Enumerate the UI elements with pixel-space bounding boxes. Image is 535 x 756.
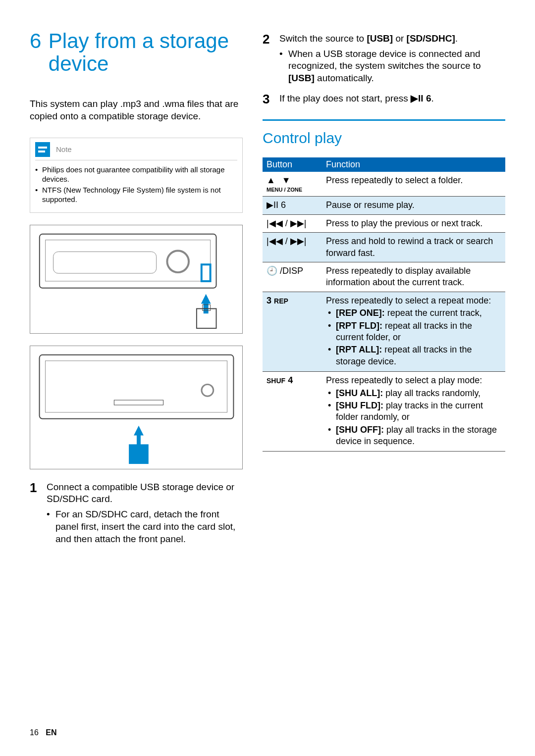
svg-rect-4 bbox=[202, 264, 211, 281]
usb-diagram bbox=[30, 225, 243, 334]
step-number: 2 bbox=[263, 33, 272, 87]
th-function: Function bbox=[322, 157, 505, 172]
svg-rect-1 bbox=[46, 240, 211, 281]
button-cell: 🕘 /DISP bbox=[263, 262, 322, 292]
table-row: ▶II 6 Pause or resume play. bbox=[263, 197, 505, 214]
svg-marker-12 bbox=[134, 425, 144, 447]
step-number: 1 bbox=[30, 481, 40, 547]
button-cell: ▲ ▼ MENU / ZONE bbox=[263, 172, 322, 197]
table-row: SHUF 4 Press repeatedly to select a play… bbox=[263, 372, 505, 452]
function-cell: Press and hold to rewind a track or sear… bbox=[322, 233, 505, 262]
section-title-text: Play from a storage device bbox=[49, 30, 243, 75]
page-number: 16 bbox=[30, 728, 39, 737]
svg-point-3 bbox=[167, 251, 189, 272]
svg-point-11 bbox=[202, 384, 214, 396]
button-cell: |◀◀ / ▶▶| bbox=[263, 214, 322, 232]
page-footer: 16 EN bbox=[30, 728, 56, 737]
step-sub: For an SD/SDHC card, detach the front pa… bbox=[47, 508, 243, 545]
step-number: 3 bbox=[263, 93, 272, 105]
function-cell: Press repeatedly to select a repeat mode… bbox=[322, 292, 505, 371]
section-number: 6 bbox=[30, 30, 49, 52]
section-title: 6 Play from a storage device bbox=[30, 30, 243, 75]
svg-rect-0 bbox=[40, 234, 216, 288]
control-table: Button Function ▲ ▼ MENU / ZONE Press re… bbox=[263, 157, 505, 452]
svg-rect-13 bbox=[129, 444, 149, 464]
function-cell: Press repeatedly to display available in… bbox=[322, 262, 505, 292]
table-row: ▲ ▼ MENU / ZONE Press repeatedly to sele… bbox=[263, 172, 505, 197]
control-play-heading: Control play bbox=[263, 119, 505, 147]
step-text: If the play does not start, press ▶II 6. bbox=[279, 93, 434, 103]
button-cell: ▶II 6 bbox=[263, 197, 322, 214]
sd-diagram bbox=[30, 346, 243, 469]
note-item: Philips does not guarantee compatibility… bbox=[42, 165, 237, 184]
table-row: 🕘 /DISP Press repeatedly to display avai… bbox=[263, 262, 505, 292]
page-lang: EN bbox=[46, 728, 56, 737]
button-cell: 3 REP bbox=[263, 292, 322, 371]
note-label: Note bbox=[56, 145, 72, 153]
table-row: 3 REP Press repeatedly to select a repea… bbox=[263, 292, 505, 371]
note-item: NTFS (New Technology File System) file s… bbox=[42, 186, 237, 204]
svg-rect-9 bbox=[45, 361, 227, 412]
table-row: |◀◀ / ▶▶| Press to play the previous or … bbox=[263, 214, 505, 232]
button-cell: |◀◀ / ▶▶| bbox=[263, 233, 322, 262]
function-cell: Press repeatedly to select a folder. bbox=[322, 172, 505, 197]
step-2: 2 Switch the source to [USB] or [SD/SDHC… bbox=[263, 33, 505, 87]
table-row: |◀◀ / ▶▶| Press and hold to rewind a tra… bbox=[263, 233, 505, 262]
step-1: 1 Connect a compatible USB storage devic… bbox=[30, 481, 243, 547]
step-sub: When a USB storage device is connected a… bbox=[279, 48, 505, 85]
svg-rect-8 bbox=[40, 355, 234, 419]
step-text: Connect a compatible USB storage device … bbox=[47, 482, 234, 504]
th-button: Button bbox=[263, 157, 322, 172]
intro-paragraph: This system can play .mp3 and .wma files… bbox=[30, 98, 243, 122]
svg-rect-10 bbox=[114, 400, 163, 405]
note-icon bbox=[35, 142, 50, 157]
step-text: Switch the source to [USB] or [SD/SDHC]. bbox=[279, 33, 458, 44]
function-cell: Press repeatedly to select a play mode: … bbox=[322, 372, 505, 452]
step-3: 3 If the play does not start, press ▶II … bbox=[263, 93, 505, 105]
function-cell: Press to play the previous or next track… bbox=[322, 214, 505, 232]
svg-rect-2 bbox=[54, 252, 157, 273]
button-cell: SHUF 4 bbox=[263, 372, 322, 452]
play-pause-icon: ▶II 6 bbox=[411, 93, 431, 103]
function-cell: Pause or resume play. bbox=[322, 197, 505, 214]
note-box: Note Philips does not guarantee compatib… bbox=[30, 138, 243, 213]
